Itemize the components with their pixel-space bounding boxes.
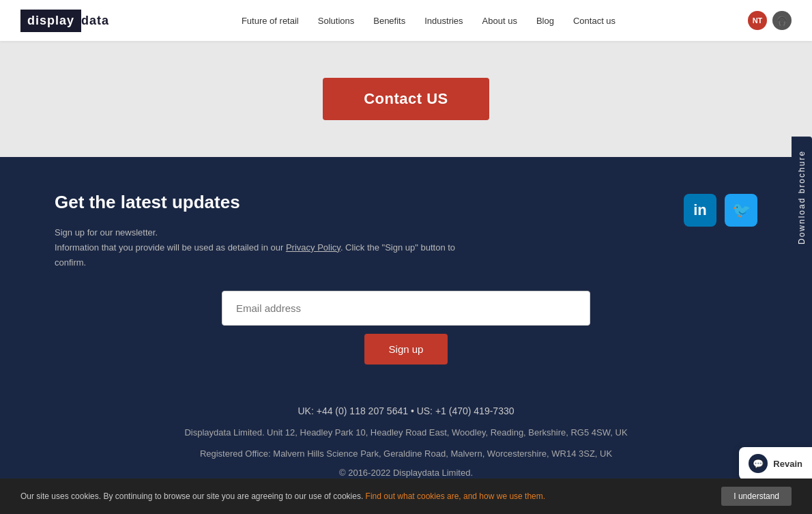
nav-blog[interactable]: Blog: [536, 16, 554, 26]
footer-heading: Get the latest updates: [55, 191, 464, 214]
revain-label: Revain: [773, 459, 802, 469]
logo[interactable]: displaydata: [20, 10, 109, 32]
nav-links: Future of retail Solutions Benefits Indu…: [242, 14, 615, 27]
revain-icon: 💬: [749, 454, 768, 473]
nav-future-retail[interactable]: Future of retail: [242, 16, 299, 26]
language-badge[interactable]: NT: [748, 11, 767, 30]
privacy-policy-link[interactable]: Privacy Policy: [286, 242, 340, 253]
download-brochure-sidebar[interactable]: Download brochure: [792, 137, 812, 258]
social-icons: in 🐦: [684, 194, 757, 227]
address-line1: Displaydata Limited. Unit 12, Headley Pa…: [55, 425, 757, 440]
cookie-text: Our site uses cookies. By continuing to …: [20, 491, 708, 501]
hero-section: Contact US: [0, 41, 812, 157]
newsletter-form: Sign up: [55, 291, 757, 365]
footer-desc-line2: Information that you provide will be use…: [55, 242, 286, 253]
linkedin-icon[interactable]: in: [684, 194, 716, 227]
footer-newsletter-area: Get the latest updates Sign up for our n…: [55, 191, 464, 270]
address-line2: Registered Office: Malvern Hills Science…: [55, 446, 757, 461]
nav-industries[interactable]: Industries: [424, 16, 463, 26]
cookie-find-out-link[interactable]: Find out what cookies are, and how we us…: [366, 491, 545, 501]
cookie-message: Our site uses cookies. By continuing to …: [20, 491, 366, 501]
footer-description: Sign up for our newsletter. Information …: [55, 225, 464, 270]
nav-right: NT 🎧: [748, 11, 792, 30]
logo-text: data: [81, 14, 109, 28]
copyright: © 2016-2022 Displaydata Limited.: [55, 468, 757, 478]
nav-solutions[interactable]: Solutions: [318, 16, 354, 26]
nav-benefits[interactable]: Benefits: [373, 16, 405, 26]
nav-contact-us[interactable]: Contact us: [573, 16, 615, 26]
contact-us-button[interactable]: Contact US: [323, 78, 489, 120]
footer-top: Get the latest updates Sign up for our n…: [55, 191, 757, 270]
navbar: displaydata Future of retail Solutions B…: [0, 0, 812, 41]
footer: Get the latest updates Sign up for our n…: [0, 157, 812, 514]
headphone-icon[interactable]: 🎧: [772, 11, 792, 30]
cookie-bar: Our site uses cookies. By continuing to …: [0, 479, 812, 514]
revain-widget[interactable]: 💬 Revain: [739, 447, 812, 480]
signup-button[interactable]: Sign up: [364, 334, 448, 365]
footer-desc-line1: Sign up for our newsletter.: [55, 227, 158, 238]
cookie-accept-button[interactable]: I understand: [721, 487, 792, 506]
nav-about-us[interactable]: About us: [482, 16, 517, 26]
logo-box: display: [20, 10, 81, 32]
email-input[interactable]: [222, 291, 590, 326]
phone-line: UK: +44 (0) 118 207 5641 • US: +1 (470) …: [55, 405, 757, 416]
twitter-icon[interactable]: 🐦: [725, 194, 757, 227]
